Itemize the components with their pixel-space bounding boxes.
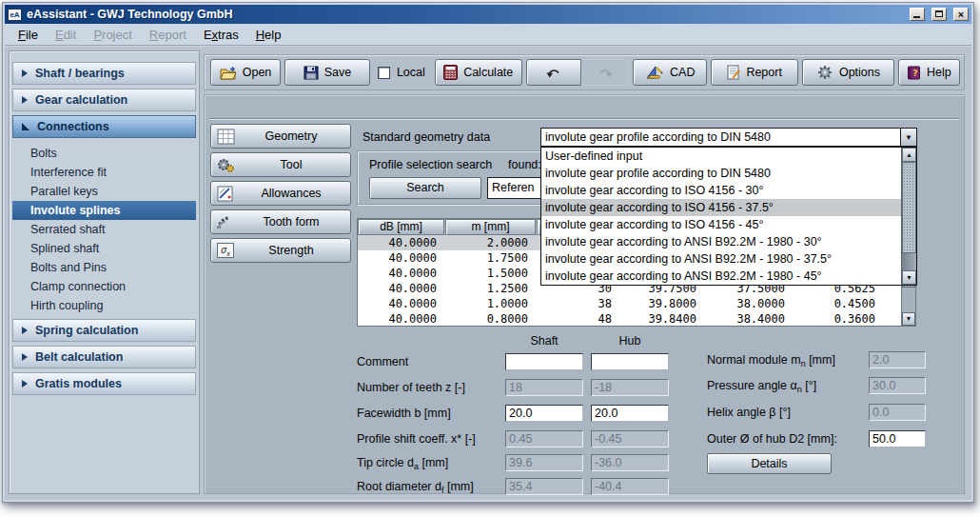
save-button[interactable]: Save: [284, 59, 370, 86]
shaft-column-header: Shaft: [505, 334, 583, 348]
root-diameter-shaft-input: [505, 478, 583, 495]
allowances-page-icon: [215, 185, 236, 202]
search-button[interactable]: Search: [369, 177, 481, 199]
standard-geometry-combobox[interactable]: involute gear profile according to DIN 5…: [540, 128, 917, 147]
sidebar-item-splined-shaft[interactable]: Splined shaft: [12, 239, 196, 258]
options-button[interactable]: Options: [802, 59, 894, 86]
strength-tab-button[interactable]: σx Strength: [210, 238, 351, 263]
open-folder-icon: [220, 66, 237, 80]
number-of-teeth-label: Number of teeth z [-]: [357, 381, 465, 396]
pressure-angle-label: Pressure angle αn [°]: [707, 379, 816, 394]
redo-button: [581, 59, 629, 86]
facewidth-label: Facewidth b [mm]: [357, 407, 451, 422]
scroll-up-icon[interactable]: ▲: [902, 148, 916, 162]
sidebar-item-serrated-shaft[interactable]: Serrated shaft: [12, 220, 196, 239]
comment-label: Comment: [357, 355, 408, 370]
chevron-down-icon: ▼: [905, 133, 912, 142]
comment-shaft-input[interactable]: [505, 353, 583, 370]
tip-circle-hub-input: [591, 454, 669, 471]
sidebar-item-hirth-coupling[interactable]: Hirth coupling: [12, 296, 196, 315]
scroll-down-icon[interactable]: ▼: [902, 312, 915, 326]
menu-file[interactable]: File: [10, 26, 47, 44]
title-bar: eA eAssistant - GWJ Technology GmbH ×: [5, 5, 971, 24]
hub-column-header: Hub: [591, 334, 669, 348]
local-checkbox[interactable]: [378, 67, 390, 79]
maximize-button[interactable]: [931, 8, 947, 21]
chevron-right-icon: [22, 353, 28, 361]
facewidth-hub-input[interactable]: [591, 405, 669, 422]
help-book-icon: ?: [907, 66, 921, 80]
tooth-form-tab-button[interactable]: Tooth form: [210, 209, 351, 234]
close-icon: ×: [954, 9, 968, 20]
separator-line: [209, 118, 959, 120]
close-button[interactable]: ×: [953, 8, 969, 21]
report-button[interactable]: Report: [711, 59, 798, 86]
tool-tab-button[interactable]: Tool: [210, 152, 351, 177]
minimize-button[interactable]: [910, 8, 925, 21]
dropdown-option[interactable]: involute gear according to ANSI B92.2M -…: [541, 250, 916, 268]
scrollbar-thumb[interactable]: [902, 162, 916, 253]
chevron-right-icon: [22, 327, 28, 334]
teeth-shaft-input: [505, 379, 583, 396]
dropdown-option[interactable]: involute gear according to ISO 4156 - 45…: [541, 216, 916, 233]
chevron-right-icon: [22, 380, 28, 388]
sidebar-header-gratis-modules[interactable]: Gratis modules: [12, 372, 196, 395]
help-button[interactable]: ? Help: [898, 59, 960, 86]
table-row[interactable]: 40.00001.00003839.800038.00000.4500: [358, 296, 915, 311]
dropdown-option[interactable]: involute gear according to ANSI B92.2M -…: [541, 233, 916, 250]
sidebar-header-spring-calculation[interactable]: Spring calculation: [12, 319, 196, 342]
helix-angle-input: [869, 404, 926, 421]
minimize-icon: [913, 16, 920, 18]
sidebar-item-parallel-keys[interactable]: Parallel keys: [12, 182, 196, 201]
sidebar-item-bolts[interactable]: Bolts: [12, 144, 196, 163]
dropdown-option[interactable]: User-defined input: [541, 148, 916, 165]
open-button[interactable]: Open: [210, 59, 281, 86]
svg-text:?: ?: [912, 68, 918, 78]
dropdown-option[interactable]: involute gear according to ANSI B92.2M -…: [541, 268, 916, 285]
app-body: Shaft / bearings Gear calculation Connec…: [5, 47, 971, 500]
profile-shift-hub-input: [591, 430, 669, 447]
sidebar-header-connections[interactable]: Connections: [12, 115, 196, 138]
column-header-m[interactable]: m [mm]: [445, 219, 536, 235]
comment-hub-input[interactable]: [591, 353, 669, 370]
gears-icon: [215, 156, 236, 173]
outer-hub-diameter-input[interactable]: [869, 430, 926, 447]
sidebar-item-involute-splines[interactable]: Involute splines: [12, 201, 196, 220]
allowances-tab-button[interactable]: Allowances: [210, 181, 351, 206]
standard-geometry-dropdown-list: User-defined input involute gear profile…: [540, 147, 917, 286]
dropdown-option[interactable]: involute gear profile according to DIN 5…: [541, 165, 916, 182]
tip-circle-shaft-input: [505, 454, 583, 471]
normal-module-input: [869, 351, 926, 368]
redo-arrow-icon: [597, 67, 614, 79]
dropdown-option-highlighted[interactable]: involute gear according to ISO 4156 - 37…: [541, 199, 916, 216]
sidebar-item-clamp-connection[interactable]: Clamp connection: [12, 277, 196, 296]
combobox-dropdown-button[interactable]: ▼: [900, 129, 916, 146]
menu-extras[interactable]: Extras: [195, 26, 247, 44]
app-icon: eA: [8, 9, 22, 21]
window-title: eAssistant - GWJ Technology GmbH: [27, 8, 903, 21]
dropdown-scrollbar[interactable]: ▲ ▼: [901, 148, 916, 285]
facewidth-shaft-input[interactable]: [505, 405, 583, 422]
sidebar-header-shaft-bearings[interactable]: Shaft / bearings: [12, 62, 196, 85]
sidebar-item-interference-fit[interactable]: Interference fit: [12, 163, 196, 182]
calculate-button[interactable]: Calculate: [435, 59, 522, 86]
cad-button[interactable]: CAD: [633, 59, 707, 86]
save-floppy-icon: [304, 66, 319, 80]
pressure-angle-input: [869, 377, 926, 394]
tip-circle-label: Tip circle da [mm]: [357, 456, 448, 471]
details-button[interactable]: Details: [707, 453, 832, 474]
sidebar-header-gear-calculation[interactable]: Gear calculation: [12, 89, 196, 111]
local-label: Local: [397, 66, 425, 79]
table-row[interactable]: 40.00000.80004839.840038.40000.3600: [358, 311, 915, 327]
undo-button[interactable]: [526, 59, 581, 86]
sidebar-item-bolts-and-pins[interactable]: Bolts and Pins: [12, 258, 196, 277]
dropdown-option[interactable]: involute gear according to ISO 4156 - 30…: [541, 182, 916, 199]
column-header-db[interactable]: dB [mm]: [358, 219, 444, 235]
sidebar-header-belt-calculation[interactable]: Belt calculation: [12, 346, 196, 368]
geometry-panel: Geometry Tool Allowances Tooth form σx S…: [204, 94, 965, 494]
report-document-icon: [727, 65, 740, 80]
geometry-tab-button[interactable]: Geometry: [210, 124, 351, 149]
scroll-down-icon[interactable]: ▼: [902, 270, 916, 285]
main-area: Open Save Local Calculate: [204, 47, 965, 494]
menu-help[interactable]: Help: [247, 26, 290, 44]
